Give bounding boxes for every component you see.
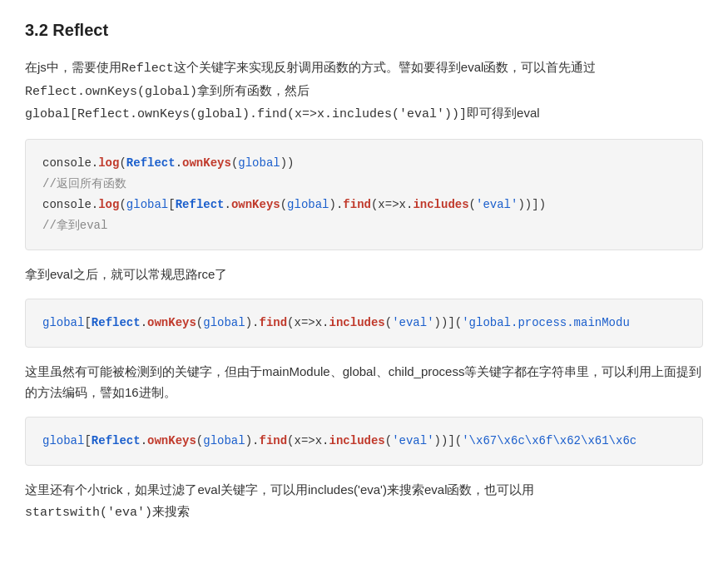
ownkeys-kw-4: ownKeys [147, 434, 196, 447]
string-global-process: 'global.process.mainModu [462, 316, 630, 329]
global-kw-5: global [203, 316, 245, 329]
string-eval-1: 'eval' [476, 198, 518, 211]
bottom-paragraph-1: 这里虽然有可能被检测到的关键字，但由于mainModule、global、chi… [25, 361, 703, 403]
middle-paragraph: 拿到eval之后，就可以常规思路rce了 [25, 264, 703, 285]
string-hex: '\x67\x6c\x6f\x62\x61\x6c [462, 434, 636, 447]
code-line-5: global[Reflect.ownKeys(global).find(x=>x… [42, 313, 686, 334]
console-kw-2: console [42, 198, 92, 211]
global-kw-7: global [203, 434, 245, 447]
string-eval-2: 'eval' [392, 316, 433, 329]
find-kw-3: find [260, 434, 288, 447]
ownkeys-kw-2: ownKeys [231, 198, 280, 211]
find-kw-2: find [260, 316, 288, 329]
inline-code-startswith: startswith('eva') [25, 506, 152, 520]
code-line-4: //拿到eval [42, 215, 686, 236]
code-block-1: console.log(Reflect.ownKeys(global)) //返… [25, 139, 703, 251]
page-container: 3.2 Reflect 在js中，需要使用Reflect这个关键字来实现反射调用… [0, 0, 728, 588]
reflect-kw-2: Reflect [176, 198, 225, 211]
code-line-6: global[Reflect.ownKeys(global).find(x=>x… [42, 431, 686, 452]
includes-kw-1: includes [413, 198, 468, 211]
global-kw-1: global [238, 156, 280, 170]
global-kw-3: global [287, 198, 329, 211]
code-line-1: console.log(Reflect.ownKeys(global)) [42, 153, 686, 174]
inline-code-reflect: Reflect [121, 62, 174, 76]
log-kw-2: log [98, 198, 119, 211]
code-line-2: //返回所有函数 [42, 174, 686, 195]
intro-paragraph: 在js中，需要使用Reflect这个关键字来实现反射调用函数的方式。譬如要得到e… [25, 57, 703, 126]
code-block-2: global[Reflect.ownKeys(global).find(x=>x… [25, 299, 703, 348]
reflect-kw-4: Reflect [92, 434, 141, 447]
ownkeys-kw-1: ownKeys [182, 156, 231, 170]
console-kw: console [42, 156, 92, 170]
section-title: 3.2 Reflect [25, 17, 703, 43]
find-kw-1: find [343, 198, 371, 211]
reflect-kw-1: Reflect [126, 156, 176, 170]
includes-kw-2: includes [329, 316, 385, 329]
includes-kw-3: includes [329, 434, 385, 447]
global-kw-2: global [126, 198, 168, 211]
code-block-3: global[Reflect.ownKeys(global).find(x=>x… [25, 417, 703, 466]
inline-code-global-find: global[Reflect.ownKeys(global).find(x=>x… [25, 107, 467, 121]
reflect-kw-3: Reflect [92, 316, 141, 329]
inline-code-ownkeys1: Reflect.ownKeys(global) [25, 85, 197, 99]
code-line-3: console.log(global[Reflect.ownKeys(globa… [42, 195, 686, 215]
log-kw: log [98, 156, 119, 170]
global-kw-4: global [42, 316, 84, 329]
bottom-paragraph-2: 这里还有个小trick，如果过滤了eval关键字，可以用includes('ev… [25, 479, 703, 523]
string-eval-3: 'eval' [392, 434, 433, 447]
ownkeys-kw-3: ownKeys [147, 316, 196, 329]
global-kw-6: global [42, 434, 84, 447]
